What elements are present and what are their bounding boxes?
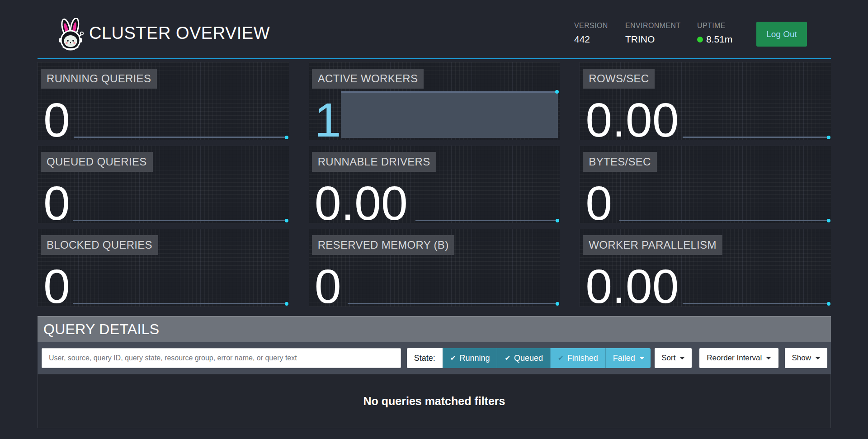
environment-stat: ENVIRONMENT TRINO bbox=[625, 22, 681, 45]
trino-bunny-logo-icon[interactable] bbox=[56, 18, 85, 52]
metric-card-rows-sec: ROWS/SEC 0.00 bbox=[580, 62, 831, 140]
sort-dropdown-button[interactable]: Sort bbox=[655, 348, 692, 368]
sparkline-area bbox=[341, 91, 558, 138]
metric-label: BLOCKED QUERIES bbox=[41, 235, 158, 255]
metric-card-reserved-memory: RESERVED MEMORY (B) 0 bbox=[309, 229, 560, 307]
cluster-overview-page: CLUSTER OVERVIEW VERSION 442 ENVIRONMENT… bbox=[0, 0, 868, 439]
uptime-value: 8.51m bbox=[706, 34, 732, 45]
sparkline bbox=[348, 303, 558, 304]
uptime-label: UPTIME bbox=[697, 22, 732, 30]
metric-card-blocked-queries: BLOCKED QUERIES 0 bbox=[38, 229, 289, 307]
caret-down-icon bbox=[766, 357, 771, 359]
uptime-status-dot-icon bbox=[697, 37, 703, 42]
metric-label: ACTIVE WORKERS bbox=[312, 69, 424, 89]
show-dropdown-button[interactable]: Show bbox=[785, 348, 827, 368]
sparkline-endpoint-dot-icon bbox=[285, 136, 288, 139]
sparkline-endpoint-dot-icon bbox=[827, 219, 830, 222]
metric-card-running-queries: RUNNING QUERIES 0 bbox=[38, 62, 289, 140]
metric-card-queued-queries: QUEUED QUERIES 0 bbox=[38, 146, 289, 223]
sparkline bbox=[683, 303, 829, 304]
sparkline-endpoint-dot-icon bbox=[827, 302, 830, 306]
state-filter-group: State: ✔ Running ✔ Queued ✔ Finished ✔ F… bbox=[407, 348, 651, 368]
metric-label: RUNNING QUERIES bbox=[41, 69, 157, 89]
check-icon: ✔ bbox=[558, 354, 564, 362]
logout-button[interactable]: Log Out bbox=[756, 22, 807, 47]
version-label: VERSION bbox=[574, 22, 608, 30]
environment-label: ENVIRONMENT bbox=[625, 22, 681, 30]
sparkline-endpoint-dot-icon bbox=[827, 136, 830, 139]
sparkline-endpoint-dot-icon bbox=[285, 302, 288, 306]
sparkline bbox=[415, 220, 558, 221]
check-icon: ✔ bbox=[450, 354, 456, 362]
sparkline bbox=[683, 137, 829, 138]
reorder-interval-dropdown-button[interactable]: Reorder Interval bbox=[699, 348, 778, 368]
metric-card-bytes-sec: BYTES/SEC 0 bbox=[580, 146, 831, 223]
metric-label: QUEUED QUERIES bbox=[41, 152, 153, 172]
state-filter-failed[interactable]: ✔ Failed bbox=[605, 348, 651, 368]
metrics-grid: RUNNING QUERIES 0 ACTIVE WORKERS 1 ROWS/… bbox=[38, 62, 831, 307]
metric-card-worker-parallelism: WORKER PARALLELISM 0.00 bbox=[580, 229, 831, 307]
metric-value: 0 bbox=[43, 262, 70, 310]
query-details-title: QUERY DETAILS bbox=[43, 321, 159, 338]
sparkline bbox=[73, 220, 287, 221]
query-search-input[interactable] bbox=[42, 348, 401, 368]
sparkline bbox=[73, 303, 287, 304]
sparkline-endpoint-dot-icon bbox=[556, 219, 559, 222]
sparkline bbox=[619, 220, 829, 221]
state-filter-running[interactable]: ✔ Running bbox=[443, 348, 497, 368]
query-filter-toolbar: State: ✔ Running ✔ Queued ✔ Finished ✔ F… bbox=[38, 342, 831, 374]
version-stat: VERSION 442 bbox=[574, 22, 608, 45]
metric-label: WORKER PARALLELISM bbox=[583, 235, 722, 255]
state-filter-queued[interactable]: ✔ Queued bbox=[497, 348, 550, 368]
sparkline bbox=[74, 137, 287, 138]
version-value: 442 bbox=[574, 34, 608, 45]
metric-card-runnable-drivers: RUNNABLE DRIVERS 0.00 bbox=[309, 146, 560, 223]
metric-value: 0.00 bbox=[585, 96, 679, 144]
metric-value: 0 bbox=[315, 262, 341, 310]
state-filter-finished[interactable]: ✔ Finished bbox=[550, 348, 605, 368]
query-details-header: QUERY DETAILS bbox=[38, 316, 831, 342]
metric-card-active-workers: ACTIVE WORKERS 1 bbox=[309, 62, 560, 140]
caret-down-icon bbox=[815, 357, 821, 359]
query-details-section: QUERY DETAILS State: ✔ Running ✔ Queued … bbox=[38, 316, 831, 428]
metric-label: ROWS/SEC bbox=[583, 69, 655, 89]
caret-down-icon bbox=[679, 357, 685, 359]
check-icon: ✔ bbox=[505, 354, 510, 362]
sparkline-endpoint-dot-icon bbox=[556, 302, 559, 306]
metric-label: BYTES/SEC bbox=[583, 152, 656, 172]
sparkline-endpoint-dot-icon bbox=[285, 219, 288, 222]
metric-value: 0.00 bbox=[315, 179, 408, 227]
sparkline-endpoint-dot-icon bbox=[555, 90, 559, 94]
uptime-stat: UPTIME 8.51m bbox=[697, 22, 732, 45]
state-filter-label: State: bbox=[407, 348, 443, 368]
environment-value: TRINO bbox=[625, 34, 681, 45]
metric-value: 0 bbox=[585, 179, 612, 227]
metric-value: 0 bbox=[43, 96, 70, 144]
metric-value: 1 bbox=[315, 96, 341, 144]
metric-label: RESERVED MEMORY (B) bbox=[312, 235, 455, 255]
page-title: CLUSTER OVERVIEW bbox=[89, 24, 270, 43]
metric-value: 0.00 bbox=[585, 262, 679, 310]
metric-label: RUNNABLE DRIVERS bbox=[312, 152, 436, 172]
header-divider bbox=[38, 58, 831, 59]
empty-state-message: No queries matched filters bbox=[363, 395, 505, 408]
caret-down-icon bbox=[639, 357, 645, 359]
metric-value: 0 bbox=[43, 179, 70, 227]
query-list-panel: No queries matched filters bbox=[38, 374, 831, 428]
